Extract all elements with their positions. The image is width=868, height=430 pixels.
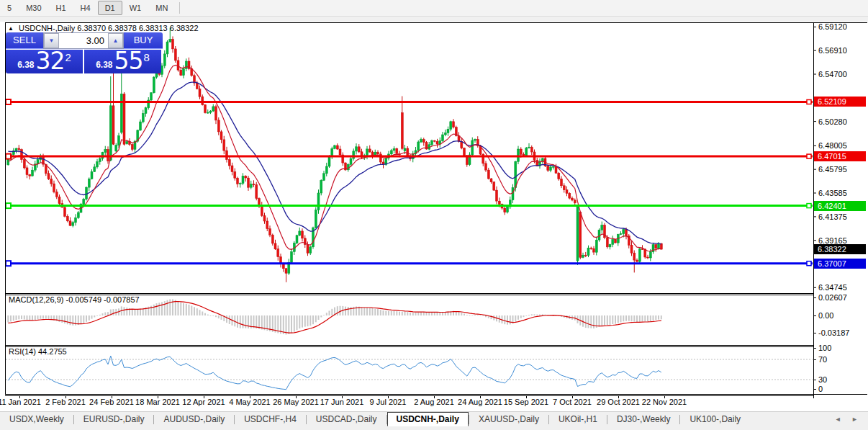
x-axis-date-label: 12 Apr 2021 — [182, 398, 225, 406]
chart-tab-dj30-weekly[interactable]: DJ30-,Weekly — [607, 413, 679, 426]
x-axis-date-label: 26 May 2021 — [273, 398, 319, 406]
chart-tab-usdx-weekly[interactable]: USDX,Weekly — [0, 413, 73, 426]
sell-price-main: 32 — [36, 50, 65, 72]
x-axis-date-label: 15 Sep 2021 — [504, 398, 548, 406]
macd-values: -0.005749 -0.007857 — [65, 295, 139, 304]
timeframe-button-5[interactable]: 5 — [0, 1, 19, 15]
chart-symbol-period: USDCNH-,Daily — [19, 24, 75, 32]
chart-tab-uk100-daily[interactable]: UK100-,Daily — [680, 413, 750, 426]
chart-tab-usdcad-daily[interactable]: USDCAD-,Daily — [307, 413, 386, 426]
hline-left-handle — [6, 99, 11, 104]
sell-price[interactable]: 6.38 32 2 — [6, 50, 83, 73]
y-axis-price-label: 6.45795 — [818, 165, 847, 174]
timeframe-button-mn[interactable]: MN — [148, 1, 175, 15]
y-axis-price-label: 6.48005 — [818, 141, 847, 150]
timeframe-button-d1[interactable]: D1 — [98, 1, 122, 15]
y-axis-price-label: 6.56910 — [818, 46, 847, 55]
rsi-indicator-label: RSI(14) 44.2755 — [9, 347, 67, 356]
chart-title: ▲ USDCNH-,Daily 6.38370 6.38378 6.38313 … — [8, 24, 199, 32]
hline-price-tag: 6.42401 — [814, 201, 866, 211]
ohlc-high: 6.38378 — [108, 24, 137, 32]
volume-decrease-icon[interactable]: ▼ — [44, 33, 59, 48]
chart-tab-bar: USDX,WeeklyEURUSD-,DailyAUDUSD-,DailyUSD… — [0, 411, 868, 426]
tab-scroll-arrows[interactable]: ◄ ► — [835, 416, 862, 423]
chart-tab-audusd-daily[interactable]: AUDUSD-,Daily — [154, 413, 234, 426]
x-axis-date-label: 9 Jul 2021 — [370, 398, 407, 406]
chart-tab-usdcnh-daily[interactable]: USDCNH-,Daily — [387, 412, 469, 426]
ohlc-low: 6.38313 — [139, 24, 168, 32]
hline-price-tag: 6.47015 — [814, 151, 866, 161]
ohlc-close: 6.38322 — [170, 24, 199, 32]
chart-tab-xauusd-daily[interactable]: XAUUSD-,Daily — [469, 413, 548, 426]
macd-axis-label: 0.00 — [818, 311, 833, 320]
current-price-tag: 6.38322 — [814, 244, 866, 254]
hline-price-tag: 6.52109 — [814, 97, 866, 107]
timeframe-button-w1[interactable]: W1 — [122, 1, 149, 15]
timeframe-button-h1[interactable]: H1 — [49, 1, 73, 15]
rsi-axis-label: 30 — [818, 375, 827, 384]
x-axis-date-label: 22 Nov 2021 — [642, 398, 687, 406]
macd-axis-label: -0.03187 — [818, 328, 849, 337]
y-axis-price-label: 6.34745 — [818, 283, 847, 292]
timeframe-button-m30[interactable]: M30 — [19, 1, 48, 15]
hline-left-handle — [6, 154, 11, 159]
x-axis-date-label: 17 Jun 2021 — [320, 398, 364, 406]
sell-price-prefix: 6.38 — [17, 60, 34, 70]
x-axis-date-label: 29 Oct 2021 — [597, 398, 640, 406]
hline-price-tag: 6.37007 — [814, 259, 866, 269]
y-axis-price-label: 6.50280 — [818, 117, 847, 126]
y-axis-price-label: 6.59120 — [818, 22, 847, 31]
rsi-value: 44.2755 — [38, 347, 67, 356]
buy-price-prefix: 6.38 — [96, 60, 112, 70]
ohlc-open: 6.38370 — [77, 24, 106, 32]
macd-name: MACD(12,26,9) — [9, 295, 63, 304]
x-axis-date-label: 11 Jan 2021 — [0, 398, 41, 406]
buy-price-main: 55 — [114, 50, 143, 72]
volume-input[interactable] — [59, 33, 108, 48]
macd-indicator-label: MACD(12,26,9) -0.005749 -0.007857 — [9, 295, 140, 304]
hline-left-handle — [6, 203, 11, 208]
x-axis-date-label: 7 Oct 2021 — [553, 398, 592, 406]
hline-right-handle — [807, 261, 811, 266]
timeframe-toolbar: 5M30H1H4D1W1MN — [0, 0, 868, 17]
sell-price-pip: 2 — [65, 51, 71, 63]
y-axis-price-label: 6.41375 — [818, 212, 847, 221]
x-axis-date-label: 2 Aug 2021 — [414, 398, 454, 406]
x-axis-date-label: 24 Feb 2021 — [89, 398, 134, 406]
rsi-axis-label: 100 — [818, 344, 831, 352]
rsi-axis-label: 70 — [818, 355, 827, 364]
rsi-axis-label: 0 — [818, 385, 823, 393]
y-axis-price-label: 6.43585 — [818, 189, 847, 197]
hline-right-handle — [807, 204, 811, 208]
macd-axis-label: 0.02607 — [818, 293, 847, 302]
hline-left-handle — [6, 261, 11, 266]
chart-tab-ukoil-h1[interactable]: UKOil-,H1 — [549, 413, 607, 426]
timeframe-button-h4[interactable]: H4 — [73, 1, 98, 15]
y-axis-price-label: 6.54700 — [818, 70, 847, 79]
one-click-trade-panel: SELL ▼ ▲ BUY 6.38 32 2 6.38 55 8 — [6, 32, 163, 73]
x-axis-date-label: 2 Feb 2021 — [45, 398, 86, 406]
buy-price[interactable]: 6.38 55 8 — [84, 50, 161, 73]
toolbar-separator — [179, 2, 180, 14]
x-axis-date-label: 24 Aug 2021 — [458, 398, 502, 406]
x-axis-date-label: 4 May 2021 — [229, 398, 270, 406]
x-axis-date-label: 18 Mar 2021 — [135, 398, 180, 406]
chart-tab-eurusd-daily[interactable]: EURUSD-,Daily — [74, 413, 154, 426]
hline-right-handle — [807, 100, 811, 104]
collapse-panel-icon[interactable]: ▲ — [8, 25, 14, 32]
chart-tab-usdchf-h4[interactable]: USDCHF-,H4 — [235, 413, 306, 426]
rsi-name: RSI(14) — [9, 347, 36, 356]
hline-right-handle — [807, 154, 811, 158]
volume-increase-icon[interactable]: ▲ — [108, 33, 123, 48]
chart-background — [0, 22, 868, 411]
buy-price-pip: 8 — [144, 51, 150, 63]
